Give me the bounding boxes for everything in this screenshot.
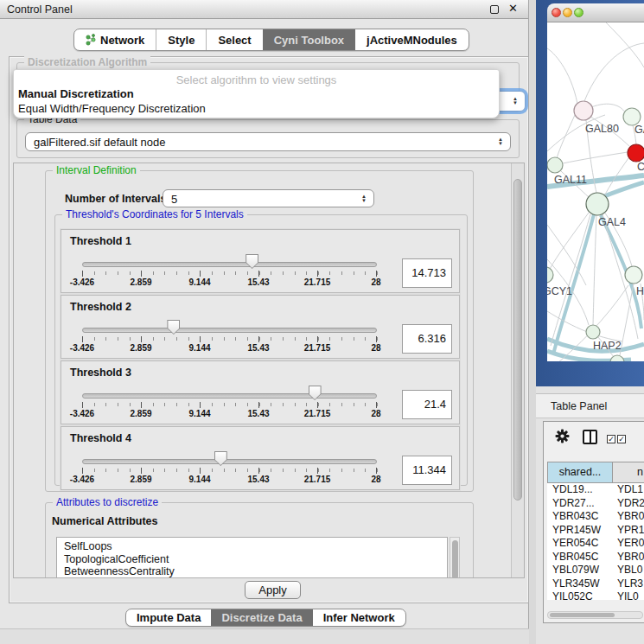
cell-name[interactable]: YDR2 bbox=[613, 497, 644, 511]
cell-name[interactable]: YIL0 bbox=[613, 590, 639, 600]
cyni-mode-tab-bar: Impute DataDiscretize DataInfer Network bbox=[125, 609, 406, 627]
slider-tick-label: 15.43 bbox=[247, 277, 269, 287]
threshold-value-field[interactable]: 6.316 bbox=[402, 324, 452, 354]
control-panel-titlebar[interactable]: Control Panel ✕ bbox=[0, 0, 528, 19]
network-node[interactable] bbox=[623, 108, 641, 125]
table-row[interactable]: YIL052CYIL0 bbox=[547, 590, 644, 600]
slider-track[interactable] bbox=[82, 328, 377, 333]
threshold-value-field[interactable]: 14.713 bbox=[402, 258, 452, 288]
slider-track[interactable] bbox=[82, 262, 377, 267]
node-label: GAL80 bbox=[585, 123, 619, 135]
tab-select[interactable]: Select bbox=[206, 29, 262, 50]
cell-shared-name[interactable]: YDR27... bbox=[547, 497, 613, 511]
slider-major-tick bbox=[317, 336, 318, 342]
checked-checkbox-icon[interactable]: ✓ bbox=[607, 435, 615, 443]
dropdown-option-equal-width[interactable]: Equal Width/Frequency Discretization bbox=[18, 102, 206, 115]
number-of-intervals-label: Number of Intervals bbox=[65, 193, 166, 205]
network-node[interactable] bbox=[586, 325, 600, 339]
cyni-toolbox-panel: Discretization Algorithm ▲▼ Table Data g… bbox=[9, 56, 529, 603]
cell-shared-name[interactable]: YIL052C bbox=[547, 590, 613, 600]
apply-button[interactable]: Apply bbox=[245, 581, 301, 599]
table-row[interactable]: YDL19...YDL1 bbox=[547, 483, 644, 497]
table-horizontal-scrollbar[interactable] bbox=[547, 611, 643, 619]
cell-name[interactable]: YBR0 bbox=[613, 551, 644, 564]
tab-style[interactable]: Style bbox=[156, 29, 206, 50]
slider-track[interactable] bbox=[82, 393, 377, 399]
threshold-value-field[interactable]: 21.4 bbox=[402, 390, 452, 419]
node-label: GA bbox=[634, 124, 644, 136]
table-row[interactable]: YBL079WYBL0 bbox=[547, 564, 644, 577]
slider-track[interactable] bbox=[82, 459, 377, 464]
cell-name[interactable]: YLR3 bbox=[613, 577, 643, 591]
tab-impute-data[interactable]: Impute Data bbox=[126, 609, 211, 626]
slider-major-tick bbox=[258, 402, 259, 408]
network-canvas[interactable]: GAL80GACGAL11GAL4GCY1HHAP2 bbox=[547, 22, 644, 361]
table-row[interactable]: YBR043CYBR0 bbox=[547, 510, 644, 524]
tab-label: Network bbox=[100, 34, 144, 47]
split-view-icon[interactable] bbox=[583, 430, 597, 444]
table-data-combobox[interactable]: galFiltered.sif default node ▲▼ bbox=[25, 132, 511, 151]
column-header-name[interactable]: n bbox=[613, 462, 644, 483]
slider-minor-ticks bbox=[82, 403, 378, 406]
table-row[interactable]: YDR27...YDR2 bbox=[547, 497, 644, 511]
node-label: GAL11 bbox=[554, 174, 587, 186]
attributes-list-scrollbar[interactable] bbox=[450, 537, 460, 578]
tab-cyni-toolbox[interactable]: Cyni Toolbox bbox=[263, 29, 355, 50]
network-node[interactable] bbox=[625, 266, 642, 284]
threshold-value-field[interactable]: 11.344 bbox=[402, 456, 452, 485]
table-scrollbar-thumb[interactable] bbox=[550, 613, 615, 617]
minimize-traffic-light[interactable] bbox=[563, 8, 572, 17]
table-panel-titlebar[interactable]: Table Panel bbox=[536, 393, 644, 418]
table-row[interactable]: YPR145WYPR1 bbox=[547, 524, 644, 538]
attribute-list-item[interactable]: SelfLoops bbox=[64, 540, 447, 553]
attribute-list-item[interactable]: BetweennessCentrality bbox=[64, 565, 447, 578]
checked-checkbox-icon[interactable]: ✓ bbox=[617, 435, 626, 443]
slider-tick-label: 15.43 bbox=[247, 409, 269, 418]
tab-discretize-data[interactable]: Discretize Data bbox=[211, 609, 312, 626]
cell-shared-name[interactable]: YDL19... bbox=[547, 483, 613, 497]
cell-shared-name[interactable]: YPR145W bbox=[547, 524, 613, 538]
network-node[interactable] bbox=[610, 355, 624, 361]
slider-tick-label: -3.426 bbox=[70, 277, 94, 287]
zoom-traffic-light[interactable] bbox=[574, 8, 583, 17]
network-node[interactable] bbox=[628, 144, 644, 162]
tab-infer-network[interactable]: Infer Network bbox=[313, 609, 405, 626]
cell-name[interactable]: YBR0 bbox=[613, 510, 644, 524]
cell-name[interactable]: YBL0 bbox=[613, 564, 642, 577]
threshold-box: Threshold 2-3.4262.8599.14415.4321.71528… bbox=[61, 295, 460, 359]
cell-name[interactable]: YER0 bbox=[613, 537, 644, 551]
panel-scrollbar-thumb[interactable] bbox=[513, 179, 522, 501]
slider-major-tick bbox=[317, 468, 318, 474]
column-header-shared-name[interactable]: shared... bbox=[547, 462, 613, 483]
float-window-icon[interactable] bbox=[490, 5, 499, 14]
network-window-titlebar[interactable] bbox=[547, 3, 644, 22]
network-node[interactable] bbox=[586, 193, 609, 215]
table-row[interactable]: YBR045CYBR0 bbox=[547, 551, 644, 564]
attribute-list-item[interactable]: TopologicalCoefficient bbox=[64, 553, 447, 566]
table-row[interactable]: YER054CYER0 bbox=[547, 537, 644, 551]
combo-stepper-icon: ▲▼ bbox=[498, 137, 503, 146]
network-node[interactable] bbox=[547, 157, 563, 173]
dropdown-option-manual[interactable]: Manual Discretization bbox=[18, 87, 134, 100]
cell-name[interactable]: YDL1 bbox=[613, 483, 643, 497]
cell-shared-name[interactable]: YLR345W bbox=[547, 577, 613, 591]
number-of-intervals-combobox[interactable]: 5 ▲▼ bbox=[163, 189, 374, 207]
close-window-icon[interactable]: ✕ bbox=[508, 2, 518, 15]
cell-shared-name[interactable]: YBR043C bbox=[547, 510, 613, 524]
network-node[interactable] bbox=[574, 101, 593, 120]
slider-major-tick bbox=[141, 468, 142, 474]
threshold-label: Threshold 2 bbox=[70, 301, 131, 313]
network-node[interactable] bbox=[547, 267, 553, 283]
cell-shared-name[interactable]: YER054C bbox=[547, 537, 613, 551]
tab-jactivemnodules[interactable]: jActiveMNodules bbox=[355, 29, 469, 50]
slider-major-tick bbox=[82, 271, 83, 277]
cell-name[interactable]: YPR1 bbox=[613, 524, 644, 538]
panel-scrollbar[interactable] bbox=[511, 163, 524, 577]
numerical-attributes-list[interactable]: SelfLoopsTopologicalCoefficientBetweenne… bbox=[56, 537, 448, 578]
tab-network[interactable]: Network bbox=[74, 29, 156, 50]
table-row[interactable]: YLR345WYLR3 bbox=[547, 577, 644, 591]
settings-gear-icon[interactable] bbox=[555, 429, 570, 443]
cell-shared-name[interactable]: YBL079W bbox=[547, 564, 613, 577]
close-traffic-light[interactable] bbox=[552, 8, 561, 17]
cell-shared-name[interactable]: YBR045C bbox=[547, 551, 613, 564]
